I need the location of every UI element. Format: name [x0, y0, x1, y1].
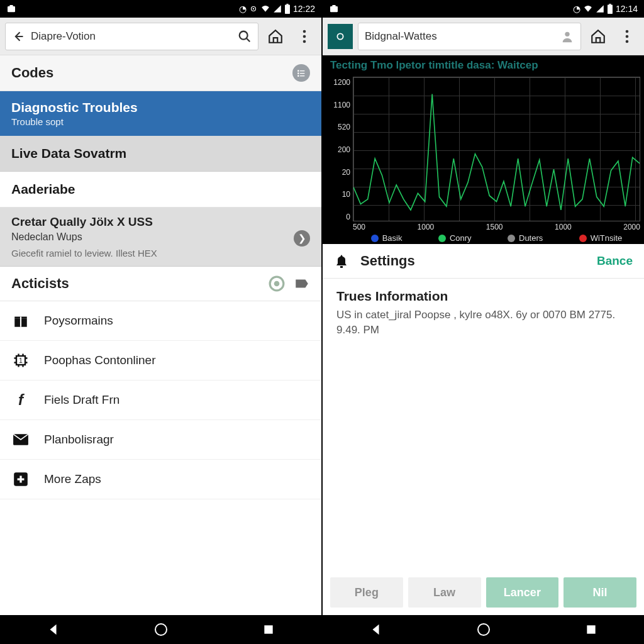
row-diagnostic-troubles[interactable]: Diagnostic Troubles Trouble sopt: [0, 91, 321, 136]
chevron-right-icon[interactable]: ❯: [294, 230, 310, 247]
svg-rect-30: [609, 4, 611, 5]
info-title: Trues Information: [336, 289, 630, 304]
list-item-label: Poophas Contonliner: [44, 353, 155, 367]
app-bar: [0, 18, 321, 55]
settings-label: Settings: [360, 253, 587, 269]
list-item[interactable]: Poysormains: [0, 301, 321, 341]
search-box[interactable]: [5, 23, 258, 50]
alarm-icon: ◔: [573, 4, 580, 14]
svg-point-37: [478, 624, 489, 635]
info-desc: US in catet_jiral Poopse , kylre o48X. 6…: [336, 308, 630, 338]
tag-icon[interactable]: [294, 275, 310, 292]
info-block: Trues Information US in catet_jiral Poop…: [323, 279, 644, 348]
row-label: Aaderiabe: [11, 182, 75, 196]
search-input[interactable]: [31, 30, 231, 43]
svg-rect-5: [286, 4, 288, 5]
list-item[interactable]: 1 Poophas Contonliner: [0, 341, 321, 380]
chart-legend: Basik Conry Duters WiTnsite: [353, 233, 640, 243]
card-title: Cretar Qually Jölx X USS: [11, 215, 310, 229]
settings-action[interactable]: Bance: [597, 254, 633, 268]
row-title: Diagnostic Troubles: [11, 100, 310, 115]
nav-recent-icon[interactable]: [262, 623, 275, 636]
list-item-label: Planbolisragr: [44, 433, 114, 447]
home-icon[interactable]: [264, 25, 287, 48]
svg-rect-20: [20, 317, 21, 327]
list-item[interactable]: More Zaps: [0, 460, 321, 499]
svg-point-17: [274, 281, 280, 287]
svg-point-33: [626, 30, 629, 33]
back-icon[interactable]: [12, 30, 25, 43]
clock-time: 12:14: [616, 4, 638, 14]
search-input[interactable]: [365, 30, 554, 43]
plus-icon: [11, 470, 30, 489]
chart-area: 1200 1100 520 200 20 10 0 500 1000 1500 …: [323, 74, 644, 244]
search-box[interactable]: [358, 23, 581, 50]
svg-point-10: [297, 70, 299, 72]
card-desc: Giecefit ramiel to leview. Illest HEX: [11, 248, 310, 258]
svg-rect-4: [285, 5, 290, 14]
list-item[interactable]: f Fiels Draft Frn: [0, 380, 321, 420]
settings-row[interactable]: Settings Bance: [323, 244, 644, 279]
app-logo[interactable]: [328, 24, 353, 49]
camera-icon: [6, 4, 16, 14]
svg-rect-27: [330, 6, 338, 12]
svg-point-12: [297, 72, 299, 74]
list-icon[interactable]: [292, 64, 310, 82]
chart-plot: [353, 77, 640, 221]
section-codes-label: Codes: [11, 65, 53, 81]
row-card[interactable]: Cretar Qually Jölx X USS Nedeclan Wups G…: [0, 208, 321, 267]
lancer-button[interactable]: Lancer: [486, 577, 559, 608]
nav-back-icon[interactable]: [47, 623, 60, 636]
nav-home-icon[interactable]: [476, 622, 491, 637]
list-item[interactable]: Planbolisragr: [0, 420, 321, 460]
svg-point-25: [155, 624, 167, 635]
more-icon[interactable]: [615, 25, 639, 48]
svg-point-9: [303, 40, 306, 43]
status-bar: ◔ 12:22: [0, 0, 321, 18]
svg-rect-36: [340, 266, 343, 268]
section-codes[interactable]: Codes: [0, 55, 321, 91]
wifi-icon: [583, 4, 593, 13]
card-subtitle: Nedeclan Wups: [11, 231, 310, 243]
signal-icon: [596, 4, 604, 13]
nav-home-icon[interactable]: [153, 622, 169, 637]
law-button[interactable]: Law: [408, 577, 481, 608]
list-item-label: Poysormains: [44, 314, 113, 328]
nil-button[interactable]: Nil: [564, 577, 636, 608]
battery-icon: [284, 4, 291, 14]
svg-rect-38: [587, 625, 595, 633]
bottom-buttons: Pleg Law Lancer Nil: [323, 571, 644, 615]
home-icon[interactable]: [586, 25, 610, 48]
clock-time: 12:22: [293, 4, 315, 14]
chart-title: Tecting Tmo lpetor timtitle dasa: Waitce…: [323, 55, 644, 74]
svg-rect-26: [264, 625, 272, 633]
svg-point-14: [297, 75, 299, 77]
section-acticists[interactable]: Acticists: [0, 267, 321, 301]
nav-bar: [0, 615, 321, 644]
svg-rect-11: [300, 70, 304, 71]
more-icon[interactable]: [292, 25, 316, 48]
svg-rect-29: [608, 5, 613, 14]
search-icon[interactable]: [238, 30, 252, 43]
row-aaderiabe[interactable]: Aaderiabe: [0, 172, 321, 208]
svg-rect-15: [300, 75, 304, 76]
svg-rect-1: [9, 5, 13, 7]
list-item-label: Fiels Draft Frn: [44, 393, 119, 407]
camera-icon: [329, 4, 339, 14]
row-subtitle: Trouble sopt: [11, 116, 310, 127]
svg-rect-0: [8, 6, 15, 12]
target-icon[interactable]: [269, 275, 285, 292]
svg-rect-13: [300, 73, 304, 74]
svg-point-31: [337, 33, 343, 39]
function-icon: f: [11, 391, 30, 409]
nav-recent-icon[interactable]: [585, 623, 597, 636]
envelope-icon: [11, 430, 30, 449]
location-icon: [249, 4, 258, 13]
alarm-icon: ◔: [239, 4, 247, 14]
gift-icon: [11, 311, 30, 330]
row-live-data[interactable]: Live Data Sovatrm: [0, 136, 321, 172]
pleg-button[interactable]: Pleg: [330, 577, 403, 608]
user-icon[interactable]: [560, 30, 574, 43]
nav-back-icon[interactable]: [369, 623, 383, 636]
chip-icon: 1: [11, 351, 30, 370]
